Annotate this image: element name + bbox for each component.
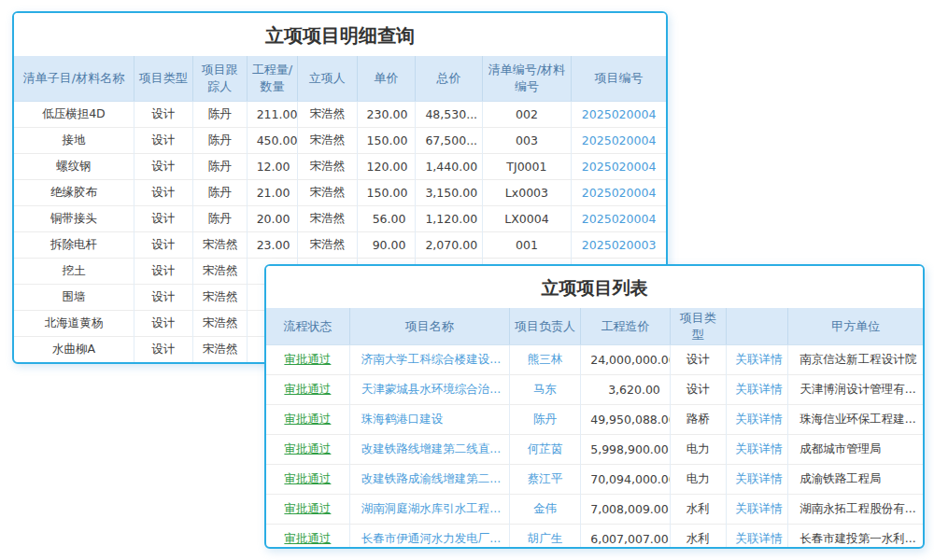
project-type: 设计 <box>134 102 192 128</box>
detail-link[interactable]: 关联详情 <box>726 465 788 495</box>
tracker-name: 宋浩然 <box>192 232 247 259</box>
client-unit: 湖南永拓工程股份有... <box>788 495 923 525</box>
project-cost: 5,998,900.00 <box>581 435 671 465</box>
client-unit: 珠海信业环保工程建... <box>788 405 923 435</box>
item-code: Lx0003 <box>482 180 572 206</box>
column-header: 总价 <box>416 56 482 102</box>
detail-link[interactable]: 关联详情 <box>726 375 788 405</box>
status-link[interactable]: 审批通过 <box>266 435 349 465</box>
item-code: 002 <box>482 102 572 128</box>
item-code: 003 <box>482 128 572 154</box>
leader-link[interactable]: 熊三林 <box>509 345 581 375</box>
status-link[interactable]: 审批通过 <box>266 495 349 525</box>
item-code: LX0004 <box>482 206 572 232</box>
project-number-link[interactable]: 2025020003 <box>572 232 666 259</box>
table-row: 审批通过天津蒙城县水环境综合治...马东3,620.00设计关联详情天津博润设计… <box>266 375 923 405</box>
project-list-panel: 立项项目列表 流程状态项目名称项目负责人工程造价项目类型甲方单位 审批通过济南大… <box>264 264 925 549</box>
project-type: 电力 <box>670 465 726 495</box>
initiator-name: 宋浩然 <box>298 102 358 128</box>
material-name: 螺纹钢 <box>14 154 134 180</box>
project-type: 设计 <box>134 128 192 154</box>
unit-price: 120.00 <box>357 154 416 180</box>
project-cost: 7,008,009.00 <box>581 495 671 525</box>
table-row: 审批通过改建铁路成渝线增建第二...蔡江平70,094,000.00电力关联详情… <box>266 465 923 495</box>
project-name-link[interactable]: 改建铁路成渝线增建第二... <box>349 465 509 495</box>
total-price: 67,500... <box>416 128 482 154</box>
project-type: 水利 <box>670 495 726 525</box>
leader-link[interactable]: 何芷茵 <box>509 435 581 465</box>
detail-link[interactable]: 关联详情 <box>726 435 788 465</box>
leader-link[interactable]: 陈丹 <box>509 405 581 435</box>
leader-link[interactable]: 金伟 <box>509 495 581 525</box>
total-price: 48,530... <box>416 102 482 128</box>
project-name-link[interactable]: 湖南洞庭湖水库引水工程... <box>349 495 509 525</box>
project-number-link[interactable]: 2025020004 <box>572 180 666 206</box>
quantity: 23.00 <box>247 232 297 259</box>
table-row: 审批通过湖南洞庭湖水库引水工程...金伟7,008,009.00水利关联详情湖南… <box>266 495 923 525</box>
unit-price: 56.00 <box>357 206 416 232</box>
table-row: 审批通过济南大学工科综合楼建设...熊三林24,000,000.00设计关联详情… <box>266 345 923 375</box>
item-code: 001 <box>482 232 572 259</box>
header-row: 流程状态项目名称项目负责人工程造价项目类型甲方单位 <box>266 308 923 345</box>
detail-link[interactable]: 关联详情 <box>726 405 788 435</box>
status-link[interactable]: 审批通过 <box>266 525 349 549</box>
column-header: 工程造价 <box>581 308 671 345</box>
tracker-name: 宋浩然 <box>192 285 247 311</box>
project-name-link[interactable]: 改建铁路线增建第二线直... <box>349 435 509 465</box>
status-link[interactable]: 审批通过 <box>266 345 349 375</box>
detail-link[interactable]: 关联详情 <box>726 495 788 525</box>
project-type: 设计 <box>134 285 192 311</box>
quantity: 450.00 <box>247 128 297 154</box>
project-number-link[interactable]: 2025020004 <box>572 102 666 128</box>
leader-link[interactable]: 马东 <box>509 375 581 405</box>
project-cost: 24,000,000.00 <box>581 345 671 375</box>
status-link[interactable]: 审批通过 <box>266 465 349 495</box>
tracker-name: 陈丹 <box>192 154 247 180</box>
column-header: 立项人 <box>298 56 358 102</box>
status-link[interactable]: 审批通过 <box>266 405 349 435</box>
project-type: 设计 <box>134 337 192 363</box>
project-name-link[interactable]: 珠海鹤港口建设 <box>349 405 509 435</box>
leader-link[interactable]: 蔡江平 <box>509 465 581 495</box>
project-type: 电力 <box>670 435 726 465</box>
tracker-name: 陈丹 <box>192 206 247 232</box>
project-name-link[interactable]: 济南大学工科综合楼建设... <box>349 345 509 375</box>
project-type: 设计 <box>134 154 192 180</box>
column-header: 流程状态 <box>266 308 349 345</box>
initiator-name: 宋浩然 <box>298 128 358 154</box>
quantity: 21.00 <box>247 180 297 206</box>
project-list-table: 流程状态项目名称项目负责人工程造价项目类型甲方单位 审批通过济南大学工科综合楼建… <box>266 308 923 549</box>
initiator-name: 宋浩然 <box>298 232 358 259</box>
project-type: 水利 <box>670 525 726 549</box>
column-header: 清单子目/材料名称 <box>14 56 134 102</box>
column-header: 项目类型 <box>134 56 192 102</box>
client-unit: 成都城市管理局 <box>788 435 923 465</box>
initiator-name: 宋浩然 <box>298 206 358 232</box>
project-number-link[interactable]: 2025020004 <box>572 154 666 180</box>
tracker-name: 宋浩然 <box>192 311 247 337</box>
project-number-link[interactable]: 2025020004 <box>572 206 666 232</box>
project-name-link[interactable]: 长春市伊通河水力发电厂... <box>349 525 509 549</box>
material-name: 铜带接头 <box>14 206 134 232</box>
table-row: 拆除电杆设计宋浩然23.00宋浩然90.002,070.000012025020… <box>14 232 666 259</box>
column-header: 清单编号/材料编号 <box>482 56 572 102</box>
client-unit: 长春市建投第一水利... <box>788 525 923 549</box>
status-link[interactable]: 审批通过 <box>266 375 349 405</box>
tracker-name: 宋浩然 <box>192 259 247 285</box>
table-row: 螺纹钢设计陈丹12.00宋浩然120.001,440.00TJ000120250… <box>14 154 666 180</box>
detail-link[interactable]: 关联详情 <box>726 525 788 549</box>
panel-title: 立项项目明细查询 <box>14 13 666 56</box>
material-name: 北海道黄杨 <box>14 311 134 337</box>
project-type: 设计 <box>670 345 726 375</box>
material-name: 绝缘胶布 <box>14 180 134 206</box>
project-name-link[interactable]: 天津蒙城县水环境综合治... <box>349 375 509 405</box>
table-row: 铜带接头设计陈丹20.00宋浩然56.001,120.00LX000420250… <box>14 206 666 232</box>
project-cost: 3,620.00 <box>581 375 671 405</box>
client-unit: 天津博润设计管理有... <box>788 375 923 405</box>
detail-link[interactable]: 关联详情 <box>726 345 788 375</box>
table-row: 审批通过长春市伊通河水力发电厂...胡广生6,007,007.00水利关联详情长… <box>266 525 923 549</box>
leader-link[interactable]: 胡广生 <box>509 525 581 549</box>
project-number-link[interactable]: 2025020004 <box>572 128 666 154</box>
column-header <box>726 308 788 345</box>
total-price: 1,440.00 <box>416 154 482 180</box>
